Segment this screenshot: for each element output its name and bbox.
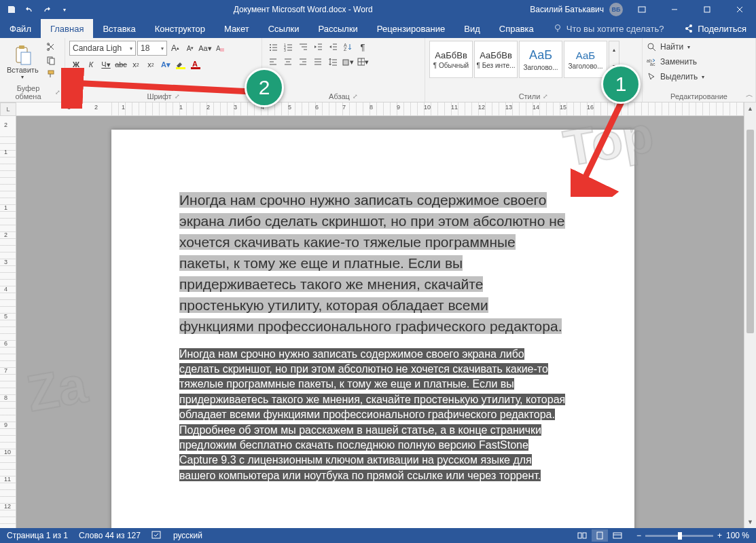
subscript-icon[interactable]: x2 (129, 58, 143, 71)
search-icon (647, 42, 656, 52)
show-marks-icon[interactable]: ¶ (356, 41, 370, 53)
bullets-icon[interactable] (266, 41, 280, 53)
copy-icon[interactable] (44, 54, 58, 67)
paste-button[interactable]: Вставить ▾ (4, 41, 41, 83)
dialog-launcher-icon[interactable]: ⤢ (55, 89, 60, 96)
tab-mailings[interactable]: Рассылки (308, 19, 367, 38)
tab-view[interactable]: Вид (454, 19, 490, 38)
scroll-down-icon[interactable]: ▼ (744, 516, 756, 528)
tab-help[interactable]: Справка (490, 19, 543, 38)
vertical-scrollbar[interactable]: ▲ ▼ (744, 102, 756, 528)
align-left-icon[interactable] (266, 56, 280, 68)
decrease-indent-icon[interactable] (311, 41, 325, 53)
superscript-icon[interactable]: x2 (144, 58, 158, 71)
svg-rect-2 (704, 7, 710, 12)
tab-layout[interactable]: Макет (215, 19, 259, 38)
word-count[interactable]: Слово 44 из 127 (79, 531, 141, 540)
paragraph-1[interactable]: Иногда нам срочно нужно записать содержи… (179, 189, 566, 337)
zoom-in-icon[interactable]: + (717, 531, 722, 540)
page-status[interactable]: Страница 1 из 1 (7, 531, 68, 540)
svg-rect-10 (21, 52, 31, 64)
numbering-icon[interactable]: 123 (281, 41, 295, 53)
save-icon[interactable] (4, 2, 19, 17)
italic-icon[interactable]: К (84, 58, 98, 71)
tell-me[interactable]: Что вы хотите сделать? (543, 19, 674, 38)
web-layout-icon[interactable] (609, 529, 626, 542)
clear-formatting-icon[interactable]: A (213, 42, 227, 54)
style-no-spacing[interactable]: АаБбВв¶ Без инте... (474, 41, 518, 78)
spellcheck-icon[interactable] (151, 530, 162, 542)
zoom-out-icon[interactable]: − (636, 531, 641, 540)
font-color-icon[interactable]: A (189, 58, 202, 71)
vertical-ruler[interactable]: 21 1234 5678 9101112 (0, 116, 16, 528)
styles-gallery: АаБбВв¶ Обычный АаБбВв¶ Без инте... АаБЗ… (429, 41, 619, 91)
horizontal-ruler[interactable]: 321 1234 5678 9101112 13141516 (16, 102, 744, 116)
font-size-combo[interactable]: 18▾ (137, 41, 167, 56)
scroll-up-icon[interactable]: ▲ (744, 102, 756, 115)
change-case-icon[interactable]: Aa▾ (198, 42, 212, 54)
justify-icon[interactable] (311, 56, 325, 68)
ruler-corner[interactable]: L (0, 102, 16, 116)
clipboard-icon (12, 44, 33, 66)
undo-icon[interactable] (22, 2, 37, 17)
maximize-icon[interactable] (694, 0, 721, 19)
select-button[interactable]: Выделить▾ (647, 71, 751, 83)
tab-review[interactable]: Рецензирование (367, 19, 454, 38)
svg-point-21 (270, 44, 271, 45)
line-spacing-icon[interactable] (326, 56, 340, 68)
bold-icon[interactable]: Ж (69, 58, 83, 71)
text-effects-icon[interactable]: A▾ (159, 58, 173, 71)
redo-icon[interactable] (39, 2, 54, 17)
zoom-level[interactable]: 100 % (726, 531, 749, 540)
collapse-ribbon-icon[interactable]: ︿ (746, 90, 753, 100)
grow-font-icon[interactable]: A▴ (168, 42, 182, 54)
ribbon-display-icon[interactable] (628, 0, 655, 19)
underline-icon[interactable]: Ч▾ (99, 58, 113, 71)
paragraph-2[interactable]: Иногда нам срочно нужно записать содержи… (179, 347, 566, 484)
tab-file[interactable]: Файл (0, 19, 41, 38)
close-icon[interactable] (726, 0, 753, 19)
align-right-icon[interactable] (296, 56, 310, 68)
find-button[interactable]: Найти▾ (647, 41, 751, 53)
dialog-launcher-icon[interactable]: ⤢ (175, 93, 180, 100)
print-layout-icon[interactable] (592, 529, 608, 542)
shading-icon[interactable]: ▾ (341, 56, 355, 68)
tab-insert[interactable]: Вставка (93, 19, 145, 38)
language-status[interactable]: русский (173, 531, 202, 540)
font-name-combo[interactable]: Candara Ligh▾ (69, 41, 136, 56)
read-mode-icon[interactable] (574, 529, 590, 542)
svg-rect-9 (19, 45, 24, 49)
tab-design[interactable]: Конструктор (145, 19, 215, 38)
cut-icon[interactable] (44, 41, 58, 53)
scroll-thumb[interactable] (746, 130, 754, 333)
document-area[interactable]: Иногда нам срочно нужно записать содержи… (16, 116, 744, 528)
tab-references[interactable]: Ссылки (259, 19, 309, 38)
minimize-icon[interactable] (661, 0, 688, 19)
zoom-control: − + 100 % (636, 531, 749, 540)
increase-indent-icon[interactable] (326, 41, 340, 53)
share-button[interactable]: Поделиться (674, 19, 756, 38)
dialog-launcher-icon[interactable]: ⤢ (353, 93, 358, 100)
tab-home[interactable]: Главная (41, 19, 93, 38)
style-normal[interactable]: АаБбВв¶ Обычный (429, 41, 473, 78)
shrink-font-icon[interactable]: A▾ (183, 42, 197, 54)
svg-point-22 (270, 47, 271, 48)
style-heading2[interactable]: АаБЗаголово... (564, 41, 607, 78)
svg-point-63 (648, 43, 653, 49)
qat-customize-icon[interactable]: ▾ (57, 2, 72, 17)
zoom-slider[interactable] (645, 535, 713, 537)
sort-icon[interactable]: AZ (341, 41, 355, 53)
strikethrough-icon[interactable]: abc (114, 58, 128, 71)
style-heading1[interactable]: АаБЗаголово... (519, 41, 562, 78)
ribbon-tabs: Файл Главная Вставка Конструктор Макет С… (0, 19, 756, 38)
replace-button[interactable]: abacЗаменить (647, 56, 751, 68)
user-name[interactable]: Василий Батькавич (530, 5, 604, 14)
highlight-icon[interactable] (174, 58, 187, 71)
align-center-icon[interactable] (281, 56, 295, 68)
format-painter-icon[interactable] (44, 68, 58, 80)
user-avatar[interactable]: ВБ (609, 3, 623, 16)
multilevel-list-icon[interactable] (296, 41, 310, 53)
dialog-launcher-icon[interactable]: ⤢ (543, 93, 548, 100)
svg-rect-67 (152, 531, 160, 538)
borders-icon[interactable]: ▾ (356, 56, 370, 68)
